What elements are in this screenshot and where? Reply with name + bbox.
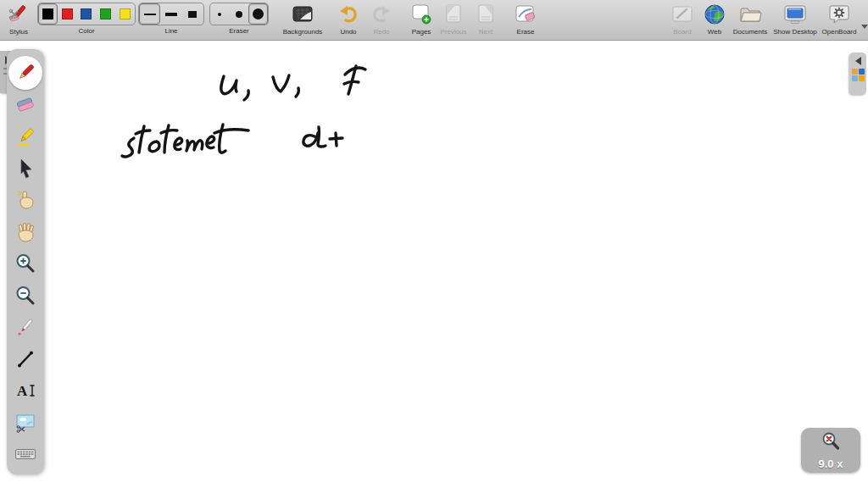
pages-label: Pages [405, 28, 437, 36]
small-dot-icon [218, 13, 221, 16]
capture-icon [14, 411, 37, 435]
sidebar-tool-eraser[interactable] [10, 90, 41, 120]
pages-icon [405, 3, 437, 26]
line-medium-button[interactable] [160, 3, 181, 25]
whiteboard-canvas[interactable] [0, 42, 868, 488]
documents-button[interactable]: Documents [729, 3, 771, 36]
previous-page-icon [437, 3, 470, 26]
color-swatch-black[interactable] [38, 3, 58, 25]
sidebar-tool-interact[interactable] [10, 185, 41, 215]
show-desktop-label: Show Desktop [771, 28, 819, 36]
stylus-button[interactable]: Stylus [2, 3, 36, 36]
eraser-small-button[interactable] [210, 3, 230, 25]
erase-page-label: Erase [509, 28, 542, 36]
backgrounds-icon [280, 3, 326, 26]
line-thick-button[interactable] [182, 3, 203, 25]
undo-button[interactable]: Undo [333, 3, 364, 36]
folder-mini-icon [852, 69, 858, 75]
web-globe-icon [700, 3, 729, 26]
svg-text:A: A [17, 383, 28, 399]
erase-page-icon [509, 3, 542, 26]
cursor-arrow-icon [14, 157, 37, 180]
line-width-row [138, 3, 204, 25]
show-desktop-button[interactable]: Show Desktop [771, 3, 819, 36]
pages-button[interactable]: Pages [405, 3, 437, 36]
color-swatch-green[interactable] [96, 3, 115, 25]
sidebar-tool-laser[interactable] [10, 312, 41, 342]
show-desktop-monitor-icon [771, 3, 819, 26]
large-dot-icon [253, 8, 264, 19]
sidebar-tool-stylus[interactable] [10, 58, 41, 88]
pointing-hand-icon [14, 188, 37, 212]
color-swatch-blue[interactable] [77, 3, 97, 25]
highlighter-icon [14, 125, 37, 148]
previous-page-label: Previous [437, 28, 470, 36]
stylus-pen-icon [14, 61, 37, 85]
star-mini-icon [859, 75, 865, 81]
collapse-left-icon [855, 57, 861, 65]
next-page-icon [471, 3, 500, 26]
tool-sidebar: A [7, 49, 44, 474]
medium-line-icon [165, 13, 177, 16]
line-width-group: Line [138, 3, 204, 35]
zoom-level-value: 9.0 x [801, 458, 860, 470]
line-tool-icon [14, 347, 37, 371]
eraser-size-group: Eraser [209, 3, 269, 35]
sidebar-tool-highlighter[interactable] [10, 121, 41, 152]
zoom-reset-widget[interactable]: 9.0 x [801, 428, 860, 473]
redo-button: Redo [366, 3, 397, 36]
play-mini-icon [859, 69, 865, 75]
web-label: Web [700, 28, 729, 36]
openboard-settings-icon [819, 3, 860, 26]
sidebar-tool-capture[interactable] [10, 408, 41, 438]
zoom-reset-magnifier-icon [818, 431, 843, 453]
color-label: Color [37, 27, 136, 35]
keyboard-icon [14, 442, 37, 466]
board-mode-label: Board [666, 28, 698, 36]
sidebar-tool-keyboard[interactable] [10, 439, 41, 469]
line-thin-button[interactable] [139, 3, 160, 25]
eraser-large-button[interactable] [248, 3, 268, 25]
medium-dot-icon [236, 11, 242, 18]
color-swatch-yellow[interactable] [115, 3, 135, 25]
green-swatch-icon [100, 8, 111, 19]
board-mode-icon [666, 3, 698, 26]
red-swatch-icon [62, 8, 73, 19]
library-drawer-tab[interactable] [849, 53, 866, 95]
sidebar-tool-zoom-in[interactable] [10, 248, 41, 279]
sidebar-tool-selector[interactable] [10, 153, 41, 184]
openboard-label: OpenBoard [819, 28, 860, 36]
redo-icon [366, 3, 397, 26]
black-swatch-icon [42, 8, 53, 19]
eraser-icon [14, 93, 37, 117]
color-swatch-red[interactable] [58, 3, 77, 25]
openboard-menu-button[interactable]: OpenBoard [819, 3, 860, 36]
yellow-swatch-icon [120, 8, 131, 19]
color-swatch-row [37, 3, 136, 25]
image-mini-icon [852, 75, 858, 81]
backgrounds-label: Backgrounds [280, 28, 326, 36]
sidebar-tool-line[interactable] [10, 344, 41, 374]
erase-page-button[interactable]: Erase [509, 3, 542, 36]
sidebar-tool-text[interactable]: A [10, 375, 41, 406]
top-toolbar: Stylus Color Line Eraser [0, 0, 868, 41]
stylus-icon [2, 3, 36, 26]
text-tool-icon: A [14, 379, 37, 402]
web-browser-button[interactable]: Web [700, 3, 729, 36]
sidebar-tool-pan[interactable] [10, 217, 41, 247]
color-group: Color [37, 3, 136, 35]
eraser-size-row [209, 3, 269, 25]
undo-icon [333, 3, 364, 26]
eraser-medium-button[interactable] [230, 3, 249, 25]
chevron-down-icon[interactable] [861, 25, 868, 29]
undo-label: Undo [333, 28, 364, 36]
thick-line-icon [188, 11, 197, 18]
backgrounds-button[interactable]: Backgrounds [280, 3, 326, 36]
pan-hand-icon [14, 220, 37, 244]
line-label: Line [138, 27, 204, 35]
documents-label: Documents [729, 28, 771, 36]
documents-folder-icon [729, 3, 771, 26]
sidebar-tool-zoom-out[interactable] [10, 280, 41, 311]
previous-page-button: Previous [437, 3, 470, 36]
eraser-label: Eraser [209, 27, 269, 35]
